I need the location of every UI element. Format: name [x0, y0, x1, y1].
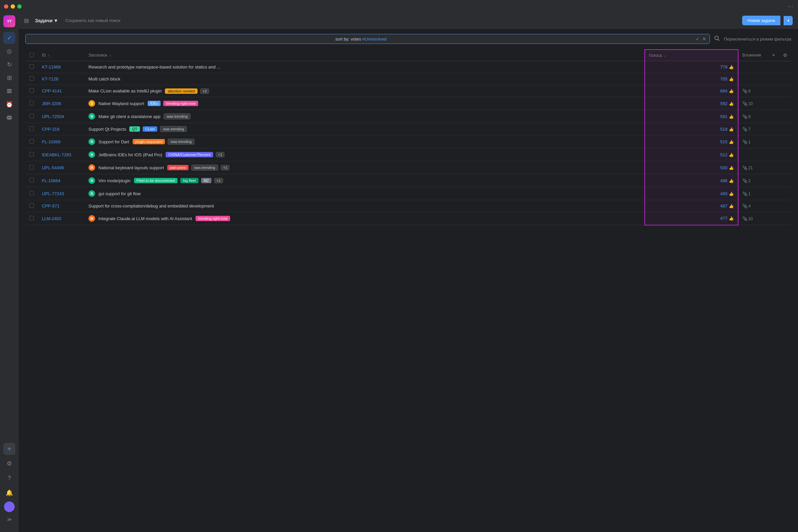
search-input-wrapper[interactable]: sort by: votes #Unresolved ✓ ✕	[25, 34, 710, 44]
sidebar-item-check[interactable]: ✓	[3, 32, 15, 44]
new-task-arrow-button[interactable]: ▾	[784, 16, 793, 25]
title-column-header[interactable]: Заголовок ↕	[84, 50, 645, 61]
row-checkbox[interactable]	[29, 152, 34, 157]
thumbs-up-icon[interactable]: 👍	[729, 89, 734, 93]
search-submit-icon[interactable]	[714, 35, 720, 42]
row-checkbox[interactable]	[29, 203, 34, 208]
row-checkbox[interactable]	[29, 216, 34, 221]
sidebar-item-clock[interactable]: ⏰	[3, 98, 15, 110]
maximize-button[interactable]	[17, 4, 22, 8]
select-all-header[interactable]	[25, 50, 38, 61]
issue-badge[interactable]: attention needed	[165, 89, 197, 94]
thumbs-up-icon[interactable]: 👍	[729, 77, 734, 81]
issue-badge[interactable]: +1	[216, 152, 225, 157]
add-column-button[interactable]: +	[768, 50, 779, 61]
thumbs-up-icon[interactable]: 👍	[729, 65, 734, 70]
filter-mode-button[interactable]: Переключиться в режим фильтра	[724, 37, 791, 41]
id-sort-icon[interactable]: ↕	[48, 54, 50, 57]
sidebar-item-stack[interactable]	[3, 112, 15, 124]
issue-badge[interactable]: +1	[214, 178, 223, 183]
thumbs-up-icon[interactable]: 👍	[729, 140, 734, 144]
issue-id-link[interactable]: CPP-871	[42, 204, 59, 208]
help-icon[interactable]: ?	[3, 472, 15, 484]
issue-id-link[interactable]: CPP-4141	[42, 89, 62, 93]
issue-badge[interactable]: M2	[201, 178, 211, 183]
save-search-button[interactable]: Сохранить как новый поиск	[65, 18, 120, 23]
expand-icon[interactable]: ≫	[3, 513, 15, 525]
issue-id-link[interactable]: JBR-3206	[42, 101, 61, 106]
issue-badge[interactable]: Fleet to be documented	[134, 178, 178, 183]
row-checkbox[interactable]	[29, 101, 34, 106]
bell-icon[interactable]: 🔔	[3, 487, 15, 499]
window-menu-icon[interactable]: ⋯	[787, 3, 794, 10]
app-logo[interactable]	[3, 15, 15, 27]
issue-badge[interactable]: trending-right-now	[195, 216, 230, 221]
row-checkbox[interactable]	[29, 114, 34, 118]
issue-badge[interactable]: plugin-requested	[133, 139, 165, 144]
issue-id-link[interactable]: FL-10369	[42, 139, 60, 144]
minimize-button[interactable]	[11, 4, 15, 8]
votes-cell[interactable]: 500👍	[645, 161, 738, 174]
thumbs-up-icon[interactable]: 👍	[729, 204, 734, 208]
votes-cell[interactable]: 515👍	[645, 135, 738, 148]
votes-cell[interactable]: 591👍	[645, 110, 738, 123]
column-settings-icon[interactable]: ⚙	[779, 50, 791, 61]
search-input[interactable]	[29, 37, 333, 41]
sidebar-item-history[interactable]: ↻	[3, 58, 15, 71]
row-checkbox[interactable]	[29, 88, 34, 93]
issue-badge[interactable]: was-trending	[164, 113, 191, 119]
issue-id-link[interactable]: IJPL-54496	[42, 165, 64, 170]
issue-badge[interactable]: QT	[129, 126, 140, 132]
thumbs-up-icon[interactable]: 👍	[729, 114, 734, 119]
thumbs-up-icon[interactable]: 👍	[729, 166, 734, 170]
issue-badge[interactable]: was-trending	[160, 126, 187, 132]
issue-badge[interactable]: CHINA/Customer/Tencent	[166, 152, 213, 157]
user-avatar[interactable]	[4, 501, 15, 512]
issue-id-link[interactable]: FL-10664	[42, 178, 60, 183]
row-checkbox[interactable]	[29, 64, 34, 69]
votes-cell[interactable]: 705👍	[645, 73, 738, 85]
votes-cell[interactable]: 684👍	[645, 85, 738, 97]
row-checkbox[interactable]	[29, 191, 34, 195]
new-task-button[interactable]: Новая задача	[742, 16, 780, 25]
issue-badge[interactable]: CLion	[142, 126, 158, 132]
sidebar-item-layers[interactable]	[3, 85, 15, 97]
issue-id-link[interactable]: KT-7128	[42, 76, 58, 81]
add-icon[interactable]: +	[3, 443, 15, 455]
search-validate-icon[interactable]: ✓	[696, 36, 700, 41]
issue-id-link[interactable]: LLM-2402	[42, 216, 61, 221]
issue-id-link[interactable]: IJPL-72504	[42, 114, 64, 119]
issue-badge[interactable]: +2	[200, 89, 209, 94]
issue-badge[interactable]: was-trending	[191, 165, 218, 171]
votes-cell[interactable]: 477👍	[645, 212, 738, 225]
issue-badge[interactable]: IDEs	[148, 101, 161, 106]
settings-icon[interactable]: ⚙	[3, 457, 15, 470]
votes-cell[interactable]: 512👍	[645, 148, 738, 161]
votes-column-header[interactable]: Голоса ↓	[645, 50, 738, 61]
issue-id-link[interactable]: KT-11968	[42, 64, 60, 70]
row-checkbox[interactable]	[29, 165, 34, 170]
thumbs-up-icon[interactable]: 👍	[729, 191, 734, 196]
issue-badge[interactable]: pain-point	[167, 165, 189, 170]
title-sort-icon[interactable]: ↕	[109, 54, 111, 57]
id-column-header[interactable]: ID ↕	[38, 50, 84, 61]
votes-sort-icon[interactable]: ↓	[664, 54, 666, 58]
issue-badge[interactable]: was-trending	[168, 139, 194, 145]
thumbs-up-icon[interactable]: 👍	[729, 101, 734, 106]
votes-cell[interactable]: 490👍	[645, 187, 738, 200]
issue-badge[interactable]: +1	[221, 165, 230, 170]
votes-cell[interactable]: 592👍	[645, 97, 738, 110]
section-title-button[interactable]: Задачи ▾	[32, 16, 60, 25]
thumbs-up-icon[interactable]: 👍	[729, 178, 734, 183]
row-checkbox[interactable]	[29, 178, 34, 183]
votes-cell[interactable]: 779👍	[645, 61, 738, 73]
votes-cell[interactable]: 496👍	[645, 174, 738, 187]
votes-cell[interactable]: 518👍	[645, 123, 738, 135]
thumbs-up-icon[interactable]: 👍	[729, 216, 734, 221]
thumbs-up-icon[interactable]: 👍	[729, 127, 734, 132]
issue-badge[interactable]: big fleet	[180, 178, 198, 183]
sidebar-item-grid[interactable]: ⊞	[3, 72, 15, 84]
issue-id-link[interactable]: IDEABKL-7283	[42, 152, 71, 157]
votes-cell[interactable]: 487👍	[645, 200, 738, 212]
sidebar-item-circle[interactable]: ◎	[3, 45, 15, 57]
